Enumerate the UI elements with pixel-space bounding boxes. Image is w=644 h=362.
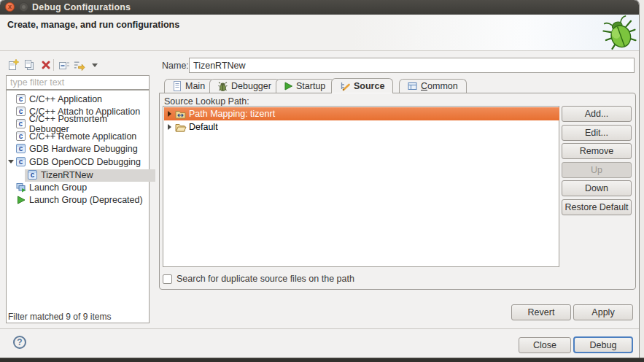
tree-item-tizenrtnew[interactable]: TizenRTNew (27, 169, 169, 181)
startup-run-icon (284, 82, 292, 90)
remove-button[interactable]: Remove (562, 143, 632, 159)
delete-configuration-button[interactable] (39, 59, 52, 71)
bug-icon (602, 15, 637, 53)
add-button[interactable]: Add... (562, 106, 632, 122)
source-lookup-path-label: Source Lookup Path: (164, 96, 249, 107)
filter-input[interactable] (6, 75, 150, 90)
screen-bottom-edge (0, 358, 644, 362)
tree-item-cpp-application[interactable]: C/C++ Application (7, 93, 149, 105)
debug-configurations-dialog: x Debug Configurations Create, manage, a… (0, 0, 644, 362)
window-title: Debug Configurations (32, 2, 131, 12)
tab-debugger[interactable]: Debugger (209, 79, 280, 93)
tree-item-label: C/C++ Remote Application (29, 131, 136, 142)
down-button[interactable]: Down (562, 180, 632, 196)
revert-button[interactable]: Revert (511, 304, 571, 320)
c-application-icon (16, 94, 26, 104)
tree-item-cpp-remote[interactable]: C/C++ Remote Application (7, 130, 149, 142)
collapsed-arrow-icon[interactable] (168, 124, 171, 130)
tree-item-cpp-postmortem[interactable]: C/C++ Postmortem Debugger (7, 118, 149, 130)
c-application-icon (16, 131, 26, 141)
tab-debugger-label: Debugger (231, 81, 271, 91)
close-button[interactable]: Close (519, 337, 571, 353)
tree-item-label: GDB Hardware Debugging (29, 144, 138, 154)
toolbar-dropdown-icon[interactable] (88, 59, 101, 71)
checkbox-label: Search for duplicate source files on the… (176, 274, 354, 284)
tree-item-launch-group[interactable]: Launch Group (7, 181, 149, 193)
desktop-background-sliver (639, 0, 644, 358)
tab-startup[interactable]: Startup (276, 79, 334, 93)
edit-button[interactable]: Edit... (562, 125, 632, 141)
tab-common[interactable]: Common (399, 79, 467, 93)
tab-source-label: Source (354, 81, 384, 91)
collapsed-arrow-icon[interactable] (168, 111, 171, 117)
source-lookup-icon (340, 82, 350, 91)
filter-options-button[interactable] (73, 59, 85, 71)
toolbar-separator (53, 59, 54, 71)
tree-item-gdb-openocd[interactable]: GDB OpenOCD Debugging (7, 155, 149, 168)
footer-divider (0, 328, 639, 329)
list-item-path-mapping[interactable]: Path Mapping: tizenrt (164, 107, 559, 120)
header-banner: Create, manage, and run configurations (0, 15, 639, 51)
help-button[interactable]: ? (13, 336, 26, 349)
expanded-arrow-icon[interactable] (8, 160, 14, 163)
debugger-bug-icon (218, 82, 228, 91)
c-application-icon (16, 119, 26, 128)
source-lookup-list: Path Mapping: tizenrt Default (163, 106, 559, 267)
tab-source[interactable]: Source (331, 78, 393, 93)
tree-item-gdb-hardware[interactable]: GDB Hardware Debugging (7, 142, 149, 155)
titlebar[interactable]: x Debug Configurations (0, 0, 639, 15)
up-button: Up (562, 162, 632, 178)
apply-button[interactable]: Apply (573, 304, 633, 320)
debug-button[interactable]: Debug (573, 336, 633, 353)
tab-common-label: Common (421, 81, 458, 91)
tab-main[interactable]: Main (164, 79, 214, 93)
new-configuration-button[interactable] (7, 59, 19, 71)
tab-main-label: Main (185, 81, 205, 91)
duplicate-sources-checkbox-row[interactable]: Search for duplicate source files on the… (163, 274, 354, 284)
restore-default-button[interactable]: Restore Default (562, 199, 632, 215)
close-window-icon[interactable]: x (5, 2, 15, 12)
collapse-all-button[interactable] (58, 59, 70, 71)
name-input[interactable] (189, 58, 635, 73)
launch-group-icon (16, 182, 26, 193)
c-debug-icon (28, 170, 37, 180)
default-folder-icon (175, 123, 187, 132)
document-icon (173, 81, 182, 91)
tree-item-label: Launch Group (29, 182, 87, 193)
filter-status-label: Filter matched 9 of 9 items (8, 312, 111, 322)
tree-item-label: Launch Group (Deprecated) (29, 195, 143, 205)
checkbox-unchecked[interactable] (163, 274, 172, 284)
header-subtitle: Create, manage, and run configurations (7, 20, 179, 30)
run-icon (17, 196, 26, 204)
dialog-window: x Debug Configurations Create, manage, a… (0, 0, 639, 358)
list-item-label: Default (189, 122, 218, 132)
duplicate-configuration-button[interactable] (23, 59, 35, 71)
path-mapping-folder-icon (175, 109, 186, 119)
common-table-icon (408, 82, 417, 90)
list-item-label: Path Mapping: tizenrt (189, 109, 275, 119)
tree-item-label: C/C++ Application (29, 94, 102, 104)
list-item-default[interactable]: Default (164, 120, 559, 134)
tree-item-label: GDB OpenOCD Debugging (29, 157, 141, 167)
name-label: Name: (162, 61, 189, 71)
tree-item-label: TizenRTNew (41, 170, 93, 180)
maximize-window-icon[interactable] (19, 2, 28, 12)
c-debug-icon (16, 157, 26, 166)
tree-item-launch-group-deprecated[interactable]: Launch Group (Deprecated) (7, 193, 149, 206)
c-application-icon (16, 107, 26, 116)
c-debug-icon (16, 144, 26, 153)
tab-startup-label: Startup (296, 81, 325, 91)
